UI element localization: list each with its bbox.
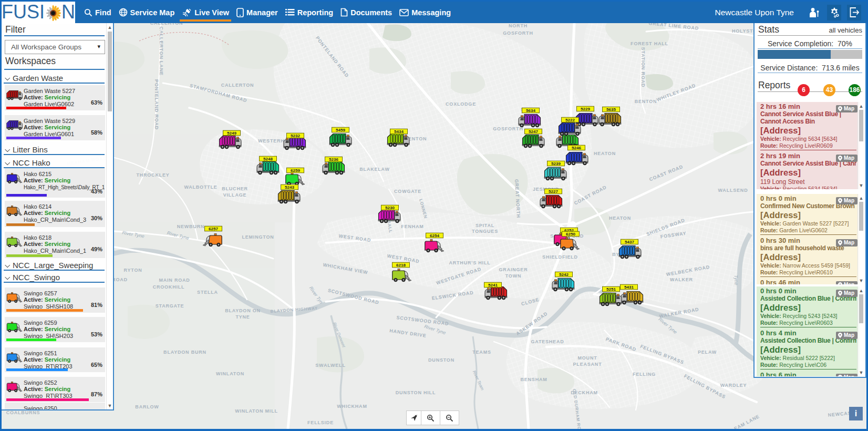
svg-text:GATESHEAD: GATESHEAD (531, 339, 564, 344)
svg-text:FELLSIDE: FELLSIDE (307, 420, 334, 425)
svg-text:COXLODGE: COXLODGE (446, 101, 476, 107)
svg-text:STELLA: STELLA (197, 290, 218, 295)
svg-text:5431: 5431 (624, 285, 634, 290)
svg-text:DUNSTON HILL: DUNSTON HILL (396, 390, 436, 395)
svg-text:5635: 5635 (606, 107, 616, 112)
svg-text:COALBURNS: COALBURNS (6, 410, 40, 415)
svg-text:5232: 5232 (291, 134, 300, 138)
svg-text:CROOKHILL: CROOKHILL (153, 284, 185, 290)
svg-text:FENHAM: FENHAM (401, 224, 423, 229)
svg-text:5459: 5459 (336, 128, 345, 132)
svg-text:SPITAL: SPITAL (476, 223, 494, 228)
svg-text:5249: 5249 (227, 131, 236, 136)
svg-text:STARGATE: STARGATE (156, 303, 184, 309)
svg-text:5222: 5222 (565, 118, 575, 122)
svg-text:SWALWELL: SWALWELL (315, 363, 345, 368)
svg-text:WINLATON MILL: WINLATON MILL (235, 408, 278, 414)
svg-text:PELAW: PELAW (698, 350, 717, 355)
svg-text:COWGATE: COWGATE (394, 189, 421, 194)
svg-text:TYNE: TYNE (235, 314, 250, 320)
svg-text:BENSHAM: BENSHAM (520, 377, 547, 382)
svg-text:FELLING: FELLING (633, 372, 656, 377)
svg-text:GRAINGER: GRAINGER (499, 267, 528, 272)
svg-text:6250: 6250 (566, 232, 575, 237)
svg-text:5242: 5242 (559, 272, 569, 277)
svg-text:WALLSEND: WALLSEND (718, 188, 748, 193)
svg-text:BLUCHER: BLUCHER (222, 186, 248, 191)
svg-text:NEWBURN: NEWBURN (177, 224, 205, 229)
svg-text:PLEASANT: PLEASANT (573, 362, 602, 367)
svg-text:5230: 5230 (385, 206, 395, 210)
svg-text:BARLOW: BARLOW (135, 404, 159, 409)
svg-text:6259: 6259 (291, 168, 300, 173)
svg-text:STATION ROAD: STATION ROAD (640, 47, 646, 88)
svg-text:GOSFORTH: GOSFORTH (493, 126, 523, 131)
svg-text:5243: 5243 (285, 185, 294, 190)
svg-text:BLAYDON ON: BLAYDON ON (225, 308, 261, 313)
svg-text:5248: 5248 (263, 157, 273, 161)
svg-text:TEAMS: TEAMS (472, 350, 491, 355)
svg-text:5434: 5434 (394, 129, 404, 134)
svg-text:NORTH: NORTH (509, 23, 528, 28)
svg-text:5241: 5241 (488, 283, 498, 288)
svg-text:GOSFORTH: GOSFORTH (503, 30, 533, 36)
svg-text:BENTON: BENTON (635, 99, 657, 104)
svg-text:MAIN ROAD: MAIN ROAD (159, 278, 190, 283)
svg-text:WALKER: WALKER (670, 277, 693, 282)
svg-text:CALLERTON LANE: CALLERTON LANE (159, 26, 164, 76)
svg-text:5246: 5246 (572, 146, 581, 150)
svg-text:5634: 5634 (526, 108, 535, 113)
svg-text:THROCKLEY: THROCKLEY (136, 172, 169, 178)
svg-text:WALBOTTLE: WALBOTTLE (184, 184, 217, 190)
svg-text:BLAKELAW: BLAKELAW (359, 167, 389, 172)
svg-text:ROAD: ROAD (112, 277, 128, 282)
svg-text:5229: 5229 (581, 107, 590, 111)
svg-text:5247: 5247 (529, 129, 538, 134)
svg-text:WHICKHAM: WHICKHAM (337, 404, 367, 409)
svg-text:6218: 6218 (396, 263, 406, 268)
svg-text:5437: 5437 (625, 240, 634, 244)
svg-text:TONGUES: TONGUES (472, 229, 498, 234)
svg-text:6257: 6257 (209, 227, 218, 231)
svg-text:HEATON: HEATON (594, 151, 616, 156)
svg-text:TOWN: TOWN (505, 273, 522, 279)
svg-text:PONTELAND ROAD: PONTELAND ROAD (154, 79, 159, 130)
svg-text:FOREST HALL: FOREST HALL (631, 41, 668, 46)
svg-text:WINLATON: WINLATON (216, 371, 244, 376)
svg-text:MOUNT: MOUNT (578, 355, 597, 361)
svg-text:VILLAGE: VILLAGE (223, 192, 247, 198)
svg-text:WARDLEY: WARDLEY (720, 383, 747, 388)
svg-text:CALLERTON: CALLERTON (221, 83, 254, 88)
svg-text:6254: 6254 (430, 233, 439, 238)
svg-text:Tyne: Tyne (733, 275, 739, 285)
svg-text:LEMINGTON: LEMINGTON (242, 234, 274, 240)
svg-text:DUNSTON: DUNSTON (428, 357, 454, 363)
svg-text:5251: 5251 (606, 287, 616, 292)
svg-text:SHIELDFIELD: SHIELDFIELD (542, 254, 578, 260)
svg-text:BLAYDON BURN: BLAYDON BURN (163, 350, 206, 355)
svg-text:5227: 5227 (549, 189, 558, 194)
svg-text:ARTHUR'S HILL: ARTHUR'S HILL (449, 260, 490, 265)
svg-text:5239: 5239 (551, 161, 561, 166)
svg-text:RYTON: RYTON (123, 268, 142, 273)
svg-text:5236: 5236 (329, 157, 338, 162)
svg-text:HEATON: HEATON (609, 216, 631, 221)
